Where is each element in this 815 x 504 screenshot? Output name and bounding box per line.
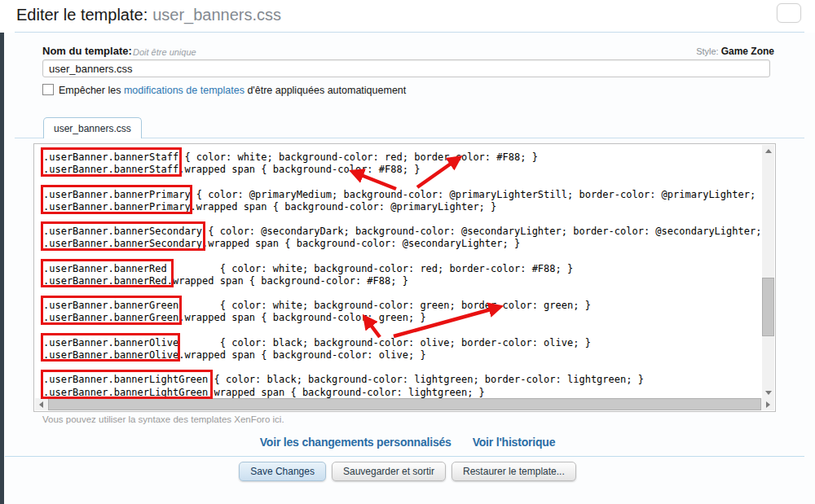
code-line xyxy=(43,251,763,263)
syntax-hint-text: Vous pouvez utiliser la syntaxe des temp… xyxy=(42,414,284,424)
template-modifications-link[interactable]: modifications de templates xyxy=(124,85,244,96)
code-line: .userBanner.bannerLightGreen.wrapped spa… xyxy=(43,387,763,398)
page-title-prefix: Editer le template: xyxy=(16,6,148,24)
code-line xyxy=(43,287,763,300)
code-line: .userBanner.bannerStaff { color: white; … xyxy=(43,151,763,164)
vertical-scrollbar[interactable] xyxy=(762,145,774,399)
style-value: Game Zone xyxy=(721,46,774,57)
scroll-right-icon[interactable] xyxy=(762,398,774,410)
code-line: .userBanner.bannerPrimary { color: @prim… xyxy=(43,189,763,201)
style-indicator: Style:Game Zone xyxy=(696,46,774,57)
code-line: .userBanner.bannerStaff.wrapped span { b… xyxy=(43,164,763,176)
code-line: .userBanner.bannerOlive { color: black; … xyxy=(43,337,763,349)
code-line: .userBanner.bannerPrimary.wrapped span {… xyxy=(43,201,763,213)
code-line xyxy=(43,325,763,337)
prevent-modifications-checkbox[interactable] xyxy=(42,84,54,95)
template-name-hint: Doit être unique xyxy=(133,47,196,57)
style-label: Style: xyxy=(696,46,719,56)
page-title: Editer le template:user_banners.css xyxy=(16,6,281,24)
code-lines[interactable]: .userBanner.bannerStaff { color: white; … xyxy=(35,145,763,398)
header-divider xyxy=(15,32,804,33)
code-line: .userBanner.bannerLightGreen { color: bl… xyxy=(43,374,763,386)
vertical-scrollbar-thumb[interactable] xyxy=(762,278,774,336)
page-title-template-name: user_banners.css xyxy=(152,6,281,24)
code-line: .userBanner.bannerOlive.wrapped span { b… xyxy=(43,349,763,362)
template-name-input[interactable] xyxy=(42,59,770,77)
horizontal-scrollbar-thumb[interactable] xyxy=(48,398,761,410)
save-changes-button[interactable]: Save Changes xyxy=(239,462,326,481)
horizontal-scrollbar[interactable] xyxy=(35,398,774,410)
left-edge-bar xyxy=(0,33,4,504)
code-line xyxy=(43,362,763,374)
code-line: .userBanner.bannerGreen.wrapped span { b… xyxy=(43,312,763,324)
view-custom-changes-link[interactable]: Voir les changements personnalisés xyxy=(260,436,452,449)
prevent-label-prefix: Empêcher les xyxy=(59,85,124,96)
tab-label: user_banners.css xyxy=(54,123,131,134)
footer-divider xyxy=(5,456,804,457)
header-collapse-button[interactable] xyxy=(777,3,801,23)
revert-template-button[interactable]: Restaurer le template... xyxy=(452,462,576,481)
code-line: .userBanner.bannerSecondary { color: @se… xyxy=(43,226,763,238)
template-name-label: Nom du template: xyxy=(42,45,132,57)
button-row: Save Changes Sauvegarder et sortir Resta… xyxy=(0,462,815,481)
code-line: .userBanner.bannerRed.wrapped span { bac… xyxy=(43,275,763,287)
footer-links: Voir les changements personnalisés Voir … xyxy=(0,436,815,449)
view-history-link[interactable]: Voir l'historique xyxy=(473,436,556,449)
prevent-modifications-row: Empêcher les modifications de templates … xyxy=(42,84,406,96)
scroll-up-icon[interactable] xyxy=(762,145,774,157)
save-and-exit-button[interactable]: Sauvegarder et sortir xyxy=(332,462,446,481)
template-code-editor[interactable]: .userBanner.bannerStaff { color: white; … xyxy=(33,143,776,412)
prevent-label-suffix: d'être appliquées automatiquement xyxy=(244,85,406,96)
code-line xyxy=(43,176,763,188)
code-line xyxy=(43,213,763,226)
scroll-left-icon[interactable] xyxy=(35,398,47,410)
code-line: .userBanner.bannerGreen { color: white; … xyxy=(43,300,763,312)
code-line: .userBanner.bannerRed { color: white; ba… xyxy=(43,263,763,275)
code-line: .userBanner.bannerSecondary.wrapped span… xyxy=(43,238,763,250)
scroll-down-icon[interactable] xyxy=(762,387,774,399)
tab-user-banners-css[interactable]: user_banners.css xyxy=(43,117,142,138)
